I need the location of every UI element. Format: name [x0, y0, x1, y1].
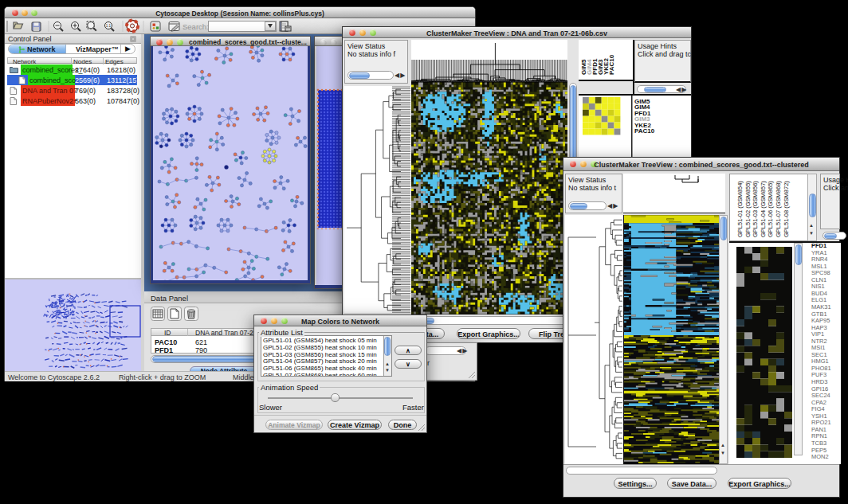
svg-text:1:1: 1:1	[106, 24, 112, 28]
